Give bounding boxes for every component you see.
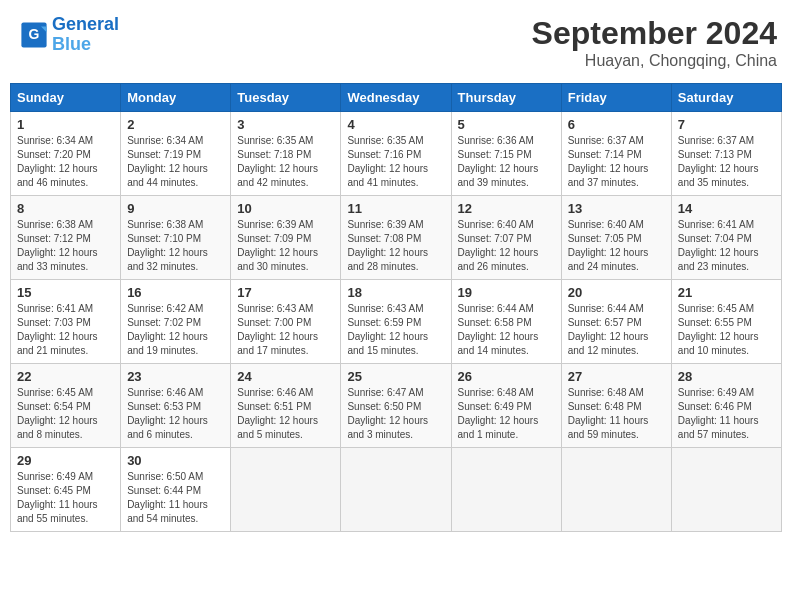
day-number: 3 [237, 117, 334, 132]
day-info: Sunrise: 6:38 AMSunset: 7:12 PMDaylight:… [17, 218, 114, 274]
calendar-cell [231, 448, 341, 532]
day-number: 9 [127, 201, 224, 216]
day-info: Sunrise: 6:40 AMSunset: 7:05 PMDaylight:… [568, 218, 665, 274]
day-info: Sunrise: 6:43 AMSunset: 6:59 PMDaylight:… [347, 302, 444, 358]
calendar-cell: 3Sunrise: 6:35 AMSunset: 7:18 PMDaylight… [231, 112, 341, 196]
day-number: 27 [568, 369, 665, 384]
day-header-monday: Monday [121, 84, 231, 112]
calendar-cell: 18Sunrise: 6:43 AMSunset: 6:59 PMDayligh… [341, 280, 451, 364]
day-info: Sunrise: 6:42 AMSunset: 7:02 PMDaylight:… [127, 302, 224, 358]
calendar-week-4: 22Sunrise: 6:45 AMSunset: 6:54 PMDayligh… [11, 364, 782, 448]
day-info: Sunrise: 6:38 AMSunset: 7:10 PMDaylight:… [127, 218, 224, 274]
day-number: 7 [678, 117, 775, 132]
day-info: Sunrise: 6:46 AMSunset: 6:51 PMDaylight:… [237, 386, 334, 442]
calendar-cell: 20Sunrise: 6:44 AMSunset: 6:57 PMDayligh… [561, 280, 671, 364]
page-header: G General Blue September 2024 Huayan, Ch… [10, 10, 782, 75]
title-block: September 2024 Huayan, Chongqing, China [532, 15, 777, 70]
day-info: Sunrise: 6:39 AMSunset: 7:09 PMDaylight:… [237, 218, 334, 274]
day-info: Sunrise: 6:39 AMSunset: 7:08 PMDaylight:… [347, 218, 444, 274]
day-number: 12 [458, 201, 555, 216]
day-header-friday: Friday [561, 84, 671, 112]
calendar-cell: 30Sunrise: 6:50 AMSunset: 6:44 PMDayligh… [121, 448, 231, 532]
calendar-cell: 16Sunrise: 6:42 AMSunset: 7:02 PMDayligh… [121, 280, 231, 364]
month-title: September 2024 [532, 15, 777, 52]
day-number: 30 [127, 453, 224, 468]
calendar-cell: 29Sunrise: 6:49 AMSunset: 6:45 PMDayligh… [11, 448, 121, 532]
day-number: 13 [568, 201, 665, 216]
calendar-cell: 25Sunrise: 6:47 AMSunset: 6:50 PMDayligh… [341, 364, 451, 448]
calendar-cell: 7Sunrise: 6:37 AMSunset: 7:13 PMDaylight… [671, 112, 781, 196]
day-info: Sunrise: 6:49 AMSunset: 6:46 PMDaylight:… [678, 386, 775, 442]
day-number: 15 [17, 285, 114, 300]
calendar-cell: 2Sunrise: 6:34 AMSunset: 7:19 PMDaylight… [121, 112, 231, 196]
calendar-cell: 1Sunrise: 6:34 AMSunset: 7:20 PMDaylight… [11, 112, 121, 196]
day-header-saturday: Saturday [671, 84, 781, 112]
day-number: 2 [127, 117, 224, 132]
day-info: Sunrise: 6:49 AMSunset: 6:45 PMDaylight:… [17, 470, 114, 526]
calendar-cell: 4Sunrise: 6:35 AMSunset: 7:16 PMDaylight… [341, 112, 451, 196]
calendar-cell: 9Sunrise: 6:38 AMSunset: 7:10 PMDaylight… [121, 196, 231, 280]
day-info: Sunrise: 6:34 AMSunset: 7:20 PMDaylight:… [17, 134, 114, 190]
day-header-sunday: Sunday [11, 84, 121, 112]
day-number: 23 [127, 369, 224, 384]
day-info: Sunrise: 6:40 AMSunset: 7:07 PMDaylight:… [458, 218, 555, 274]
calendar-header-row: SundayMondayTuesdayWednesdayThursdayFrid… [11, 84, 782, 112]
day-info: Sunrise: 6:45 AMSunset: 6:55 PMDaylight:… [678, 302, 775, 358]
day-number: 11 [347, 201, 444, 216]
day-number: 14 [678, 201, 775, 216]
day-info: Sunrise: 6:43 AMSunset: 7:00 PMDaylight:… [237, 302, 334, 358]
calendar-cell: 19Sunrise: 6:44 AMSunset: 6:58 PMDayligh… [451, 280, 561, 364]
calendar-cell: 12Sunrise: 6:40 AMSunset: 7:07 PMDayligh… [451, 196, 561, 280]
day-number: 1 [17, 117, 114, 132]
logo-line2: Blue [52, 34, 91, 54]
day-number: 25 [347, 369, 444, 384]
day-info: Sunrise: 6:37 AMSunset: 7:13 PMDaylight:… [678, 134, 775, 190]
calendar-cell: 24Sunrise: 6:46 AMSunset: 6:51 PMDayligh… [231, 364, 341, 448]
day-info: Sunrise: 6:47 AMSunset: 6:50 PMDaylight:… [347, 386, 444, 442]
day-info: Sunrise: 6:48 AMSunset: 6:48 PMDaylight:… [568, 386, 665, 442]
calendar-cell: 23Sunrise: 6:46 AMSunset: 6:53 PMDayligh… [121, 364, 231, 448]
day-number: 17 [237, 285, 334, 300]
svg-text:G: G [29, 26, 40, 42]
calendar-cell [671, 448, 781, 532]
calendar-week-5: 29Sunrise: 6:49 AMSunset: 6:45 PMDayligh… [11, 448, 782, 532]
day-header-tuesday: Tuesday [231, 84, 341, 112]
calendar-cell [561, 448, 671, 532]
day-info: Sunrise: 6:50 AMSunset: 6:44 PMDaylight:… [127, 470, 224, 526]
day-number: 8 [17, 201, 114, 216]
day-info: Sunrise: 6:48 AMSunset: 6:49 PMDaylight:… [458, 386, 555, 442]
day-info: Sunrise: 6:41 AMSunset: 7:04 PMDaylight:… [678, 218, 775, 274]
calendar-cell: 17Sunrise: 6:43 AMSunset: 7:00 PMDayligh… [231, 280, 341, 364]
calendar-cell: 6Sunrise: 6:37 AMSunset: 7:14 PMDaylight… [561, 112, 671, 196]
logo-icon: G [20, 21, 48, 49]
calendar-cell: 13Sunrise: 6:40 AMSunset: 7:05 PMDayligh… [561, 196, 671, 280]
day-number: 20 [568, 285, 665, 300]
day-number: 29 [17, 453, 114, 468]
day-number: 18 [347, 285, 444, 300]
calendar-cell: 27Sunrise: 6:48 AMSunset: 6:48 PMDayligh… [561, 364, 671, 448]
day-info: Sunrise: 6:34 AMSunset: 7:19 PMDaylight:… [127, 134, 224, 190]
logo: G General Blue [20, 15, 119, 55]
calendar-cell: 14Sunrise: 6:41 AMSunset: 7:04 PMDayligh… [671, 196, 781, 280]
day-number: 26 [458, 369, 555, 384]
calendar-cell [451, 448, 561, 532]
day-info: Sunrise: 6:46 AMSunset: 6:53 PMDaylight:… [127, 386, 224, 442]
calendar-cell: 22Sunrise: 6:45 AMSunset: 6:54 PMDayligh… [11, 364, 121, 448]
day-number: 21 [678, 285, 775, 300]
day-number: 10 [237, 201, 334, 216]
day-info: Sunrise: 6:41 AMSunset: 7:03 PMDaylight:… [17, 302, 114, 358]
day-number: 19 [458, 285, 555, 300]
calendar-cell: 21Sunrise: 6:45 AMSunset: 6:55 PMDayligh… [671, 280, 781, 364]
calendar-cell: 26Sunrise: 6:48 AMSunset: 6:49 PMDayligh… [451, 364, 561, 448]
calendar-cell: 8Sunrise: 6:38 AMSunset: 7:12 PMDaylight… [11, 196, 121, 280]
day-number: 16 [127, 285, 224, 300]
calendar-cell: 5Sunrise: 6:36 AMSunset: 7:15 PMDaylight… [451, 112, 561, 196]
calendar-table: SundayMondayTuesdayWednesdayThursdayFrid… [10, 83, 782, 532]
day-info: Sunrise: 6:35 AMSunset: 7:18 PMDaylight:… [237, 134, 334, 190]
day-number: 6 [568, 117, 665, 132]
calendar-cell [341, 448, 451, 532]
day-number: 5 [458, 117, 555, 132]
day-header-thursday: Thursday [451, 84, 561, 112]
day-number: 24 [237, 369, 334, 384]
day-info: Sunrise: 6:36 AMSunset: 7:15 PMDaylight:… [458, 134, 555, 190]
